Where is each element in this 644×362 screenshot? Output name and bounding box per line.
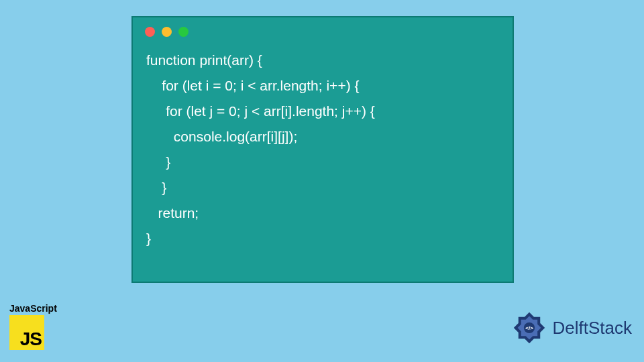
code-line: }	[146, 175, 499, 200]
code-panel: function print(arr) { for (let i = 0; i …	[131, 16, 514, 283]
window-controls	[133, 17, 513, 42]
delftstack-logo-icon: </>	[510, 308, 549, 347]
minimize-icon	[162, 27, 172, 37]
code-body: function print(arr) { for (let i = 0; i …	[133, 42, 513, 251]
code-line: for (let i = 0; i < arr.length; i++) {	[146, 73, 499, 99]
code-line: return;	[146, 200, 499, 226]
code-line: console.log(arr[i][j]);	[146, 124, 499, 149]
maximize-icon	[178, 27, 189, 37]
code-line: }	[146, 149, 499, 175]
code-line: function print(arr) {	[146, 48, 499, 73]
language-label: JavaScript	[9, 303, 57, 314]
javascript-logo-icon: JS	[9, 315, 44, 350]
brand-watermark: </> DelftStack	[510, 308, 633, 347]
language-badge: JavaScript JS	[9, 303, 57, 350]
brand-name: DelftStack	[553, 318, 633, 339]
code-line: for (let j = 0; j < arr[i].length; j++) …	[146, 99, 499, 124]
svg-text:</>: </>	[525, 325, 533, 331]
code-line: }	[146, 226, 499, 251]
js-logo-text: JS	[20, 328, 44, 350]
close-icon	[145, 27, 155, 37]
